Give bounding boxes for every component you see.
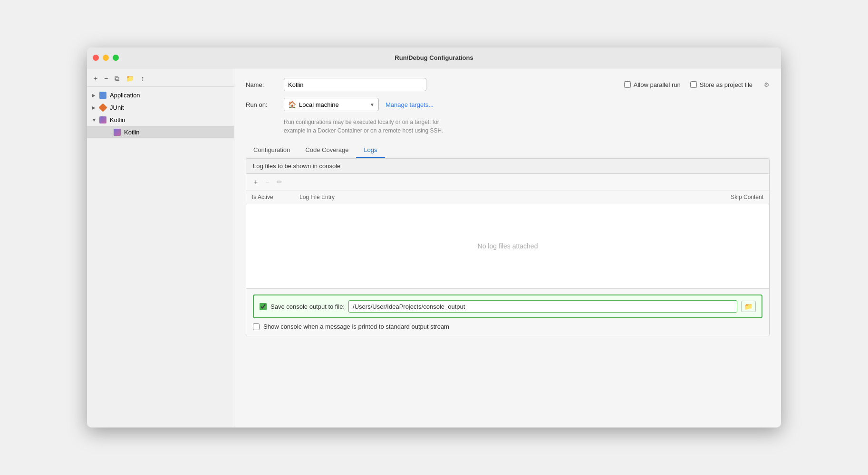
show-console-label: Show console when a message is printed t… — [263, 323, 449, 330]
store-as-project-checkbox[interactable] — [690, 81, 697, 88]
browse-folder-button[interactable]: 📁 — [741, 301, 756, 312]
allow-parallel-checkbox[interactable] — [624, 81, 631, 88]
add-config-button[interactable]: + — [92, 74, 99, 83]
save-console-checkbox[interactable] — [260, 303, 267, 310]
manage-targets-link[interactable]: Manage targets... — [386, 101, 434, 108]
hint-text: Run configurations may be executed local… — [284, 118, 569, 135]
dropdown-arrow-icon: ▼ — [370, 102, 375, 107]
sidebar-toolbar: + − ⧉ 📁 ↕ — [87, 72, 234, 87]
log-table: Is Active Log File Entry Skip Content No… — [246, 190, 769, 288]
sidebar: + − ⧉ 📁 ↕ ▶ Application ▶ JUnit — [87, 68, 234, 428]
name-row: Name: Allow parallel run Store as projec… — [246, 78, 770, 91]
log-edit-button[interactable]: ✏ — [274, 177, 285, 187]
checkboxes-row: Allow parallel run Store as project file… — [624, 81, 770, 88]
log-panel: Log files to be shown in console + − ✏ I… — [246, 158, 770, 336]
kotlin-icon — [98, 115, 107, 124]
sidebar-item-kotlin-parent[interactable]: ▼ Kotlin — [87, 114, 234, 126]
run-on-dropdown[interactable]: 🏠 Local machine ▼ — [284, 98, 379, 111]
window-controls — [93, 55, 119, 61]
save-console-row: Save console output to file: 📁 — [253, 294, 762, 318]
show-console-checkbox[interactable] — [253, 323, 260, 330]
allow-parallel-label[interactable]: Allow parallel run — [624, 81, 681, 88]
sidebar-item-kotlin-child[interactable]: ▶ Kotlin — [87, 126, 234, 138]
main-layout: + − ⧉ 📁 ↕ ▶ Application ▶ JUnit — [87, 68, 781, 428]
copy-config-button[interactable]: ⧉ — [113, 74, 121, 83]
arrow-icon: ▶ — [92, 105, 98, 110]
col-skip-content: Skip Content — [698, 190, 769, 204]
sidebar-item-label: Application — [110, 92, 140, 99]
empty-state: No log files attached — [246, 204, 769, 288]
kotlin-child-icon — [113, 128, 121, 136]
col-is-active: Is Active — [246, 190, 294, 204]
sort-config-button[interactable]: ↕ — [139, 74, 146, 83]
arrow-icon: ▶ — [92, 93, 98, 98]
application-icon — [98, 91, 107, 99]
store-as-project-label[interactable]: Store as project file — [690, 81, 752, 88]
allow-parallel-text: Allow parallel run — [634, 81, 681, 88]
tab-logs[interactable]: Logs — [356, 142, 385, 158]
sidebar-item-application[interactable]: ▶ Application — [87, 89, 234, 101]
house-icon: 🏠 — [288, 101, 296, 108]
sidebar-item-label: Kotlin — [110, 116, 125, 124]
tab-code-coverage[interactable]: Code Coverage — [298, 142, 356, 158]
junit-icon — [98, 103, 107, 112]
titlebar: Run/Debug Configurations — [87, 48, 781, 68]
maximize-button[interactable] — [113, 55, 119, 61]
show-console-row: Show console when a message is printed t… — [253, 323, 762, 330]
tabs-row: Configuration Code Coverage Logs — [246, 142, 770, 158]
sidebar-item-junit[interactable]: ▶ JUnit — [87, 101, 234, 114]
log-panel-header: Log files to be shown in console — [246, 159, 769, 174]
folder-config-button[interactable]: 📁 — [124, 74, 136, 83]
run-on-value: Local machine — [299, 101, 339, 108]
tab-configuration[interactable]: Configuration — [246, 142, 298, 158]
remove-config-button[interactable]: − — [102, 74, 110, 83]
col-log-file-entry: Log File Entry — [294, 190, 698, 204]
sidebar-item-label: JUnit — [110, 104, 124, 111]
window-title: Run/Debug Configurations — [395, 54, 473, 61]
minimize-button[interactable] — [103, 55, 109, 61]
arrow-icon: ▼ — [92, 117, 98, 123]
run-on-row: Run on: 🏠 Local machine ▼ Manage targets… — [246, 98, 770, 111]
log-remove-button[interactable]: − — [262, 177, 272, 187]
gear-icon[interactable]: ⚙ — [764, 81, 770, 88]
name-input[interactable] — [284, 78, 426, 91]
name-label: Name: — [246, 81, 284, 88]
sidebar-item-label: Kotlin — [124, 129, 140, 136]
close-button[interactable] — [93, 55, 99, 61]
log-toolbar: + − ✏ — [246, 174, 769, 190]
run-debug-dialog: Run/Debug Configurations + − ⧉ 📁 ↕ ▶ App… — [87, 48, 781, 428]
content-area: Name: Allow parallel run Store as projec… — [234, 68, 781, 428]
log-add-button[interactable]: + — [251, 177, 260, 187]
save-console-input[interactable] — [348, 300, 737, 313]
store-as-project-text: Store as project file — [700, 81, 752, 88]
run-on-label: Run on: — [246, 101, 284, 108]
bottom-section: Save console output to file: 📁 Show cons… — [246, 288, 769, 336]
save-console-label: Save console output to file: — [270, 303, 345, 310]
